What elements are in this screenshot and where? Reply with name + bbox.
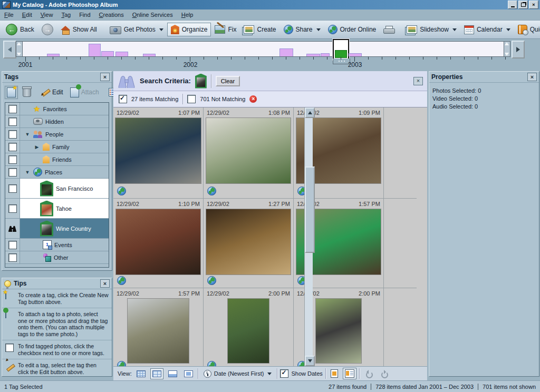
timeline-month-bar[interactable]	[306, 54, 320, 56]
photo-details-view-button[interactable]	[343, 368, 356, 379]
rotate-right-button[interactable]	[378, 368, 390, 379]
photo-thumbnail[interactable]	[206, 117, 291, 184]
tag-checkbox[interactable]	[5, 115, 20, 128]
photo-thumbnail[interactable]	[206, 209, 291, 275]
timeline-month-bar[interactable]	[279, 48, 293, 56]
print-button[interactable]	[380, 23, 398, 36]
close-button[interactable]: ×	[529, 1, 538, 9]
tag-checkbox[interactable]	[5, 251, 20, 263]
timeline-month-bar[interactable]	[349, 53, 362, 56]
scroll-up-button[interactable]	[305, 107, 315, 118]
timeline-range-end-handle[interactable]	[504, 41, 510, 57]
view-single-row-button[interactable]	[166, 368, 179, 379]
rotate-left-button[interactable]	[362, 368, 375, 379]
photo-cell[interactable]: 12/29/022:00 PM	[204, 288, 294, 366]
tag-checkbox[interactable]	[5, 179, 20, 198]
tag-row-family[interactable]: ▶Family	[5, 141, 109, 153]
photo-thumbnail[interactable]	[115, 209, 201, 275]
create-new-tag-button[interactable]	[5, 86, 18, 99]
tag-checkbox[interactable]	[5, 141, 20, 153]
matching-checkbox[interactable]: ✓	[119, 95, 127, 103]
tips-close-icon[interactable]: ×	[100, 279, 110, 288]
restore-button[interactable]	[518, 1, 528, 9]
menu-tag[interactable]: Tag	[57, 10, 75, 19]
tag-row-people[interactable]: ▼People	[5, 128, 109, 141]
attach-tag-button[interactable]: Attach	[68, 86, 101, 99]
fix-button[interactable]: Fix	[211, 23, 240, 36]
menu-edit[interactable]: Edit	[18, 10, 36, 19]
collapse-icon[interactable]: ▼	[24, 132, 31, 137]
tag-row-tahoe[interactable]: Tahoe	[5, 199, 109, 219]
get-photos-button[interactable]: Get Photos	[106, 23, 167, 36]
tag-checkbox[interactable]	[5, 103, 20, 115]
order-online-button[interactable]: Order Online	[324, 23, 380, 36]
photo-cell[interactable]: 12/29/021:07 PM	[113, 107, 204, 199]
back-button[interactable]: ← Back	[2, 22, 38, 37]
sort-order-dropdown[interactable]: Date (Newest First)	[201, 368, 275, 379]
clear-search-button[interactable]: Clear	[216, 76, 240, 86]
scroll-thumb[interactable]	[305, 166, 315, 253]
minimize-button[interactable]	[508, 1, 517, 9]
photo-cell[interactable]: 12/29/021:57 PM	[113, 288, 204, 366]
forward-button[interactable]: →	[38, 22, 57, 37]
slideshow-button[interactable]: Slideshow	[403, 23, 460, 36]
tag-row-san-francisco[interactable]: San Francisco	[5, 179, 109, 199]
tag-checkbox[interactable]	[5, 166, 20, 178]
menu-view[interactable]: View	[36, 10, 57, 19]
tag-row-favorites[interactable]: ★Favorites	[5, 103, 109, 115]
timeline-month-bar[interactable]	[101, 51, 114, 56]
organize-button[interactable]: Organize	[167, 23, 211, 36]
view-medium-thumbnails-button[interactable]	[150, 368, 163, 379]
tag-row-other[interactable]: Other	[5, 251, 109, 264]
share-button[interactable]: Share	[280, 23, 324, 36]
tag-checkbox[interactable]	[5, 199, 20, 218]
timeline-month-bar[interactable]	[47, 54, 60, 56]
tag-row-events[interactable]: 1Events	[5, 239, 109, 251]
show-all-button[interactable]: Show All	[57, 24, 101, 36]
timeline-month-bar[interactable]	[115, 52, 128, 56]
menu-online-services[interactable]: Online Services	[128, 10, 177, 19]
tag-row-hidden[interactable]: Hidden	[5, 115, 109, 128]
menu-find[interactable]: Find	[75, 10, 94, 19]
photo-cell[interactable]: 12/29/021:08 PM	[204, 107, 294, 199]
timeline-month-bar[interactable]	[321, 53, 330, 56]
photo-cell[interactable]: 12/29/021:27 PM	[204, 199, 294, 288]
create-button[interactable]: Create	[240, 23, 279, 36]
timeline-range-start-handle[interactable]	[16, 41, 23, 57]
tag-checkbox[interactable]	[5, 239, 20, 251]
tag-row-wine-country[interactable]: Wine Country	[5, 219, 109, 239]
quick-guide-button[interactable]: Quick Guide	[514, 23, 540, 36]
photo-thumbnail[interactable]	[115, 117, 201, 184]
calendar-button[interactable]: Calendar	[460, 23, 514, 36]
edit-tag-button[interactable]: Edit	[38, 86, 65, 99]
photo-thumbnail[interactable]	[315, 298, 362, 364]
menu-file[interactable]: File	[0, 10, 18, 19]
properties-close-icon[interactable]: ×	[527, 73, 537, 81]
tags-close-icon[interactable]: ×	[100, 73, 110, 81]
view-single-photo-button[interactable]	[182, 368, 195, 379]
search-close-icon[interactable]: ×	[413, 77, 423, 85]
tag-row-friends[interactable]: Friends	[5, 153, 109, 166]
show-dates-checkbox[interactable]: ✓	[280, 369, 288, 378]
menu-creations[interactable]: Creations	[95, 10, 128, 19]
search-tag-chip[interactable]	[195, 74, 207, 89]
grid-scrollbar[interactable]	[304, 107, 313, 366]
timeline-month-bar[interactable]	[89, 44, 101, 56]
timeline-scroll-right-button[interactable]	[512, 41, 525, 58]
expand-icon[interactable]: ▶	[34, 144, 40, 150]
timeline-month-bar[interactable]	[143, 54, 156, 56]
tag-row-places[interactable]: ▼Places	[5, 166, 109, 179]
tag-search-indicator[interactable]	[5, 219, 20, 238]
photo-thumbnail[interactable]	[227, 298, 269, 364]
timeline-scroll-left-button[interactable]	[3, 41, 16, 58]
timeline-band[interactable]	[16, 41, 510, 57]
view-small-thumbnails-button[interactable]	[134, 368, 148, 379]
menu-help[interactable]: Help	[177, 10, 198, 19]
not-matching-checkbox[interactable]	[187, 95, 196, 103]
tag-checkbox[interactable]	[5, 128, 20, 140]
delete-tag-button[interactable]	[21, 86, 33, 99]
photo-cell[interactable]: 12/29/021:10 PM	[113, 199, 204, 288]
photo-only-view-button[interactable]	[329, 368, 340, 379]
tag-checkbox[interactable]	[5, 153, 20, 165]
photo-thumbnail[interactable]	[127, 298, 189, 364]
